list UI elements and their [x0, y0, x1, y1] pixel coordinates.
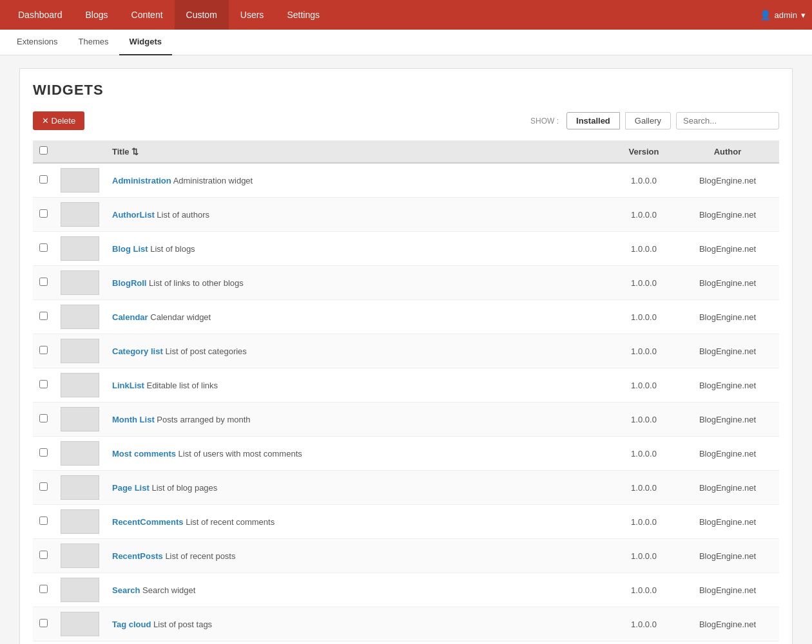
thumbnail-image: [61, 475, 99, 500]
row-checkbox-cell: [33, 232, 54, 266]
widget-link[interactable]: AuthorList: [112, 210, 155, 220]
main-content: WIDGETS ✕ Delete SHOW : Installed Galler…: [19, 68, 793, 644]
row-checkbox[interactable]: [39, 414, 48, 422]
thumbnail-image: [61, 509, 99, 534]
row-author: BlogEngine.net: [676, 368, 779, 402]
widget-link[interactable]: Blog List: [112, 244, 148, 254]
row-title: Most comments List of users with most co…: [106, 437, 612, 471]
nav-blogs[interactable]: Blogs: [74, 0, 120, 30]
row-checkbox[interactable]: [39, 482, 48, 491]
th-author: Author: [676, 140, 779, 163]
widget-link[interactable]: RecentComments: [112, 517, 184, 527]
widget-link[interactable]: Month List: [112, 415, 155, 424]
row-author: BlogEngine.net: [676, 641, 779, 645]
nav-dashboard[interactable]: Dashboard: [6, 0, 74, 30]
nav-users[interactable]: Users: [229, 0, 276, 30]
widget-link[interactable]: Tag cloud: [112, 620, 151, 629]
row-checkbox-cell: [33, 505, 54, 539]
row-author: BlogEngine.net: [676, 163, 779, 198]
widget-description: List of blogs: [150, 244, 195, 254]
row-author: BlogEngine.net: [676, 539, 779, 573]
row-checkbox[interactable]: [39, 380, 48, 388]
row-thumbnail: [54, 641, 106, 645]
nav-content[interactable]: Content: [120, 0, 175, 30]
row-checkbox[interactable]: [39, 448, 48, 457]
row-checkbox-cell: [33, 163, 54, 198]
widget-description: List of users with most comments: [179, 449, 302, 459]
row-title: LinkList Editable list of links: [106, 368, 612, 402]
user-menu[interactable]: 👤 admin ▾: [760, 10, 806, 20]
thumbnail-image: [61, 236, 99, 261]
row-checkbox[interactable]: [39, 175, 48, 184]
select-all-checkbox[interactable]: [39, 146, 48, 155]
subnav-extensions[interactable]: Extensions: [6, 30, 68, 55]
widget-link[interactable]: BlogRoll: [112, 278, 146, 288]
widget-link[interactable]: Page List: [112, 483, 150, 493]
row-version: 1.0.0.0: [612, 471, 676, 505]
row-thumbnail: [54, 266, 106, 300]
row-checkbox-cell: [33, 368, 54, 402]
widget-description: List of recent posts: [165, 551, 235, 561]
toolbar: ✕ Delete SHOW : Installed Gallery: [33, 111, 779, 130]
row-checkbox-cell: [33, 539, 54, 573]
subnav: Extensions Themes Widgets: [0, 30, 812, 55]
row-title: BlogRoll List of links to other blogs: [106, 266, 612, 300]
thumbnail-image: [61, 168, 99, 193]
row-checkbox[interactable]: [39, 312, 48, 320]
row-checkbox[interactable]: [39, 585, 48, 593]
row-title: TextBox Enter and save any text you want…: [106, 641, 612, 645]
row-title: RecentComments List of recent comments: [106, 505, 612, 539]
row-version: 1.0.0.0: [612, 232, 676, 266]
row-checkbox[interactable]: [39, 243, 48, 252]
table-row: Month List Posts arranged by month 1.0.0…: [33, 402, 779, 437]
widget-link[interactable]: RecentPosts: [112, 551, 163, 561]
row-thumbnail: [54, 471, 106, 505]
widget-link[interactable]: Administration: [112, 176, 171, 185]
show-gallery-button[interactable]: Gallery: [625, 112, 671, 129]
row-checkbox[interactable]: [39, 516, 48, 525]
row-title: Blog List List of blogs: [106, 232, 612, 266]
row-author: BlogEngine.net: [676, 607, 779, 641]
widget-link[interactable]: Category list: [112, 346, 163, 356]
nav-custom[interactable]: Custom: [175, 0, 229, 30]
search-input[interactable]: [676, 112, 779, 129]
widget-link[interactable]: Search: [112, 585, 140, 595]
show-installed-button[interactable]: Installed: [566, 112, 620, 129]
thumbnail-image: [61, 612, 99, 636]
subnav-widgets[interactable]: Widgets: [119, 30, 172, 55]
navbar: Dashboard Blogs Content Custom Users Set…: [0, 0, 812, 30]
row-author: BlogEngine.net: [676, 334, 779, 368]
row-checkbox[interactable]: [39, 209, 48, 218]
row-version: 1.0.0.0: [612, 641, 676, 645]
row-title: Page List List of blog pages: [106, 471, 612, 505]
row-checkbox[interactable]: [39, 346, 48, 354]
row-checkbox[interactable]: [39, 551, 48, 559]
table-row: RecentPosts List of recent posts 1.0.0.0…: [33, 539, 779, 573]
table-row: Tag cloud List of post tags 1.0.0.0 Blog…: [33, 607, 779, 641]
th-title[interactable]: Title ⇅: [106, 140, 612, 163]
row-version: 1.0.0.0: [612, 505, 676, 539]
widget-link[interactable]: Most comments: [112, 449, 176, 459]
nav-settings[interactable]: Settings: [275, 0, 331, 30]
row-author: BlogEngine.net: [676, 437, 779, 471]
th-version: Version: [612, 140, 676, 163]
subnav-themes[interactable]: Themes: [68, 30, 119, 55]
widget-description: List of post categories: [165, 346, 246, 356]
row-checkbox[interactable]: [39, 619, 48, 627]
row-thumbnail: [54, 539, 106, 573]
row-thumbnail: [54, 505, 106, 539]
row-version: 1.0.0.0: [612, 368, 676, 402]
widget-link[interactable]: LinkList: [112, 381, 144, 390]
row-checkbox-cell: [33, 334, 54, 368]
delete-button[interactable]: ✕ Delete: [33, 111, 84, 130]
thumbnail-image: [61, 339, 99, 363]
row-title: Tag cloud List of post tags: [106, 607, 612, 641]
row-author: BlogEngine.net: [676, 505, 779, 539]
row-title: AuthorList List of authors: [106, 198, 612, 232]
widget-description: Posts arranged by month: [157, 415, 250, 424]
row-checkbox[interactable]: [39, 278, 48, 286]
widget-description: List of post tags: [153, 620, 212, 629]
row-thumbnail: [54, 573, 106, 607]
widget-link[interactable]: Calendar: [112, 312, 148, 322]
row-author: BlogEngine.net: [676, 232, 779, 266]
